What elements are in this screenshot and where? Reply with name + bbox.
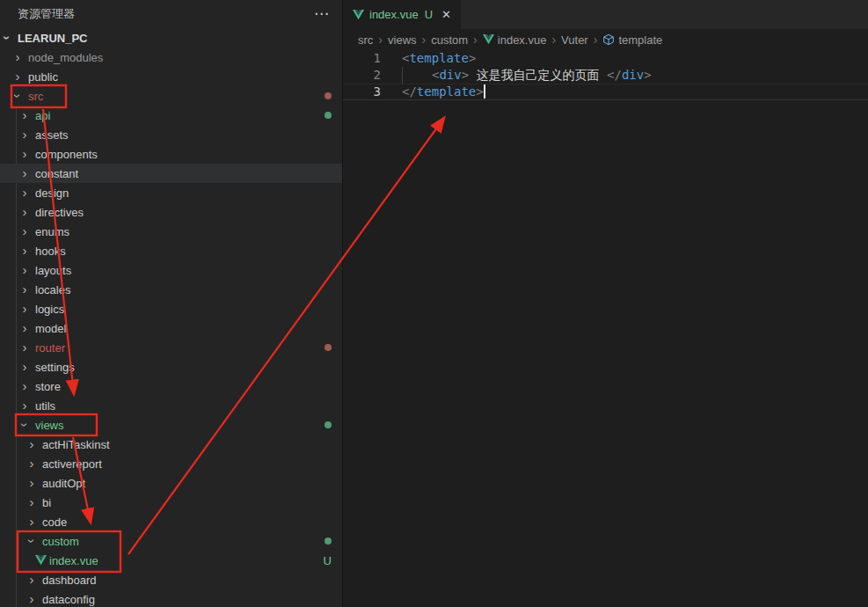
git-untracked-badge: U <box>324 554 332 567</box>
chevron-right-icon: › <box>18 186 32 199</box>
chevron-down-icon: › <box>11 89 24 103</box>
chevron-right-icon: › <box>422 33 427 47</box>
git-added-dot-icon <box>325 112 332 119</box>
git-modified-dot-icon <box>325 92 332 99</box>
tree-item-hooks[interactable]: › hooks <box>0 241 342 260</box>
text-cursor <box>484 84 485 99</box>
tab-label: index.vue <box>369 8 419 21</box>
chevron-right-icon: › <box>18 225 32 238</box>
editor-area: index.vue U ✕ src › views › custom › ind… <box>343 0 868 607</box>
chevron-right-icon: › <box>11 51 25 63</box>
chevron-right-icon: › <box>11 70 25 83</box>
explorer-title: 资源管理器 <box>18 6 75 22</box>
tree-item-dashboard[interactable]: › dashboard <box>0 570 342 589</box>
git-added-dot-icon <box>325 538 332 545</box>
chevron-right-icon: › <box>18 283 32 296</box>
tree-item-locales[interactable]: › locales <box>0 280 342 299</box>
breadcrumb-custom[interactable]: custom <box>431 33 468 47</box>
vue-logo-icon <box>353 10 364 20</box>
chevron-right-icon: › <box>18 264 32 276</box>
breadcrumb-views[interactable]: views <box>388 33 417 47</box>
chevron-right-icon: › <box>18 303 32 315</box>
chevron-right-icon: › <box>551 33 556 47</box>
tree-item-src[interactable]: › src <box>0 86 342 106</box>
tree-item-auditopt[interactable]: › auditOpt <box>0 473 342 493</box>
indent-guide <box>402 67 403 84</box>
code-line-2: 2 <div> 这是我自己定义的页面 </div> <box>343 67 868 84</box>
explorer-sidebar: 资源管理器 ⋯ › LEARUN_PC › node_modules › pub… <box>0 0 343 607</box>
chevron-right-icon: › <box>18 399 32 412</box>
vue-logo-icon <box>483 34 494 45</box>
tree-item-views[interactable]: › views <box>0 415 342 435</box>
git-modified-dot-icon <box>325 344 332 351</box>
tree-item-code[interactable]: › code <box>0 512 342 531</box>
chevron-right-icon: › <box>18 206 32 218</box>
git-added-dot-icon <box>325 421 332 428</box>
tree-item-activereport[interactable]: › activereport <box>0 454 342 473</box>
vue-logo-icon <box>35 555 47 566</box>
root-folder-label: LEARUN_PC <box>18 32 87 45</box>
more-actions-icon[interactable]: ⋯ <box>314 10 330 18</box>
tree-item-custom[interactable]: › custom <box>0 531 342 551</box>
tree-item-components[interactable]: › components <box>0 144 342 164</box>
chevron-right-icon: › <box>18 380 32 392</box>
chevron-right-icon: › <box>594 33 598 47</box>
chevron-right-icon: › <box>25 516 39 528</box>
tab-bar: index.vue U ✕ <box>343 0 868 29</box>
chevron-down-icon: › <box>18 418 31 432</box>
tree-item-router[interactable]: › router <box>0 338 342 357</box>
tree-item-directives[interactable]: › directives <box>0 202 342 222</box>
chevron-down-icon: › <box>26 534 38 548</box>
tab-index-vue[interactable]: index.vue U ✕ <box>343 0 461 29</box>
tree-item-constant[interactable]: › constant <box>0 164 342 183</box>
tree-item-layouts[interactable]: › layouts <box>0 260 342 280</box>
breadcrumb: src › views › custom › index.vue › Vuter… <box>343 29 868 50</box>
tree-item-model[interactable]: › model <box>0 318 342 338</box>
explorer-header: 资源管理器 ⋯ <box>0 0 342 28</box>
tree-item-bi[interactable]: › bi <box>0 493 342 512</box>
tree-item-node-modules[interactable]: › node_modules <box>0 48 342 67</box>
chevron-down-icon: › <box>1 31 13 45</box>
chevron-right-icon: › <box>378 33 383 47</box>
tree-item-settings[interactable]: › settings <box>0 357 342 377</box>
tree-item-enums[interactable]: › enums <box>0 222 342 241</box>
chevron-right-icon: › <box>18 167 32 179</box>
chevron-right-icon: › <box>25 593 39 605</box>
tree-item-public[interactable]: › public <box>0 67 342 86</box>
breadcrumb-src[interactable]: src <box>358 33 373 47</box>
close-icon[interactable]: ✕ <box>441 8 451 21</box>
breadcrumb-index-vue[interactable]: index.vue <box>498 33 547 47</box>
chevron-right-icon: › <box>18 322 32 334</box>
breadcrumb-template[interactable]: template <box>618 33 662 47</box>
chevron-right-icon: › <box>473 33 478 47</box>
tree-item-logics[interactable]: › logics <box>0 299 342 318</box>
tree-root-learun-pc[interactable]: › LEARUN_PC <box>0 28 342 48</box>
tree-item-assets[interactable]: › assets <box>0 125 342 144</box>
vscode-window: 资源管理器 ⋯ › LEARUN_PC › node_modules › pub… <box>0 0 868 607</box>
chevron-right-icon: › <box>18 148 32 160</box>
chevron-right-icon: › <box>18 109 32 121</box>
tree-item-dataconfig[interactable]: › dataconfig <box>0 589 342 607</box>
chevron-right-icon: › <box>25 457 39 470</box>
tab-git-badge: U <box>425 8 433 21</box>
chevron-right-icon: › <box>25 438 39 450</box>
tree-item-utils[interactable]: › utils <box>0 396 342 415</box>
breadcrumb-vuter[interactable]: Vuter <box>561 33 588 47</box>
chevron-right-icon: › <box>25 496 39 508</box>
code-line-3-current: 3 </template> <box>343 84 868 100</box>
chevron-right-icon: › <box>18 341 32 354</box>
chevron-right-icon: › <box>25 574 39 586</box>
code-editor[interactable]: 1 <template> 2 <div> 这是我自己定义的页面 </div> 3… <box>343 50 868 100</box>
chevron-right-icon: › <box>18 245 32 257</box>
file-tree: › node_modules › public › src › api › as… <box>0 48 342 607</box>
symbol-namespace-icon <box>602 33 615 46</box>
code-line-1: 1 <template> <box>343 50 868 67</box>
tree-item-index-vue[interactable]: index.vue U <box>0 551 342 570</box>
tree-item-api[interactable]: › api <box>0 106 342 125</box>
chevron-right-icon: › <box>25 477 39 489</box>
chevron-right-icon: › <box>18 128 32 141</box>
tree-item-design[interactable]: › design <box>0 183 342 202</box>
tree-item-store[interactable]: › store <box>0 377 342 396</box>
chevron-right-icon: › <box>18 361 32 373</box>
tree-item-acthitaskinst[interactable]: › actHiTaskinst <box>0 435 342 454</box>
